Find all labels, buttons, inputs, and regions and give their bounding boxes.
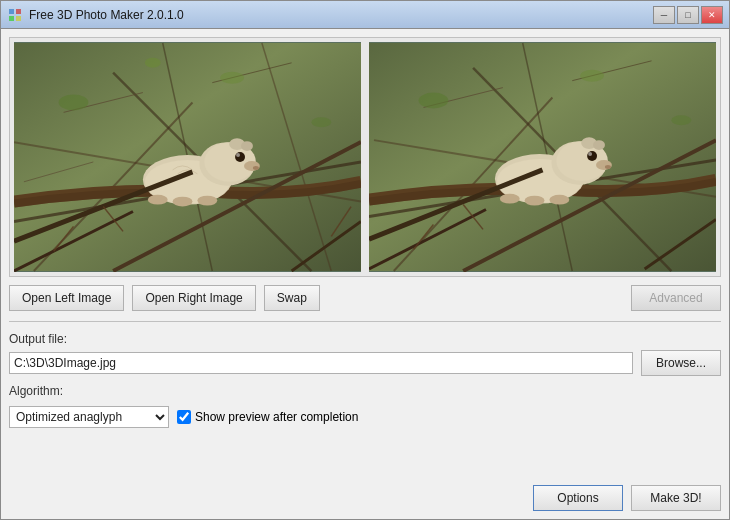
svg-point-24 [241,141,253,151]
svg-point-31 [197,196,217,206]
svg-point-57 [587,151,597,161]
svg-point-60 [605,165,611,169]
svg-point-56 [593,140,605,150]
options-button[interactable]: Options [533,485,623,511]
svg-point-62 [525,196,545,206]
svg-rect-0 [9,9,14,14]
output-path-input[interactable] [9,352,633,374]
swap-button[interactable]: Swap [264,285,320,311]
maximize-button[interactable]: □ [677,6,699,24]
svg-point-49 [580,70,604,82]
browse-button[interactable]: Browse... [641,350,721,376]
action-buttons-row: Open Left Image Open Right Image Swap Ad… [9,285,721,311]
svg-point-15 [59,95,89,111]
open-left-button[interactable]: Open Left Image [9,285,124,311]
output-label: Output file: [9,332,721,346]
preview-checkbox-row: Show preview after completion [177,410,358,424]
svg-point-29 [148,195,168,205]
svg-point-63 [549,195,569,205]
right-image-panel [369,42,716,272]
svg-point-48 [419,93,449,109]
svg-point-30 [173,197,193,207]
svg-point-28 [253,166,259,170]
app-icon [7,7,23,23]
svg-point-26 [236,153,240,157]
svg-rect-2 [9,16,14,21]
svg-point-61 [500,194,520,204]
svg-rect-1 [16,9,21,14]
svg-point-16 [220,72,244,84]
advanced-button[interactable]: Advanced [631,285,721,311]
window-controls: ─ □ ✕ [653,6,723,24]
main-window: Free 3D Photo Maker 2.0.1.0 ─ □ ✕ [0,0,730,520]
output-row: Browse... [9,350,721,376]
window-title: Free 3D Photo Maker 2.0.1.0 [29,8,653,22]
output-section: Output file: Browse... [9,332,721,376]
preview-label: Show preview after completion [195,410,358,424]
left-image-panel [14,42,361,272]
svg-point-25 [235,152,245,162]
svg-point-50 [671,115,691,125]
algorithm-controls-row: Optimized anaglyph True anaglyph Gray an… [9,406,721,428]
preview-checkbox[interactable] [177,410,191,424]
divider-1 [9,321,721,322]
open-right-button[interactable]: Open Right Image [132,285,255,311]
content-area: Open Left Image Open Right Image Swap Ad… [1,29,729,519]
algorithm-section: Algorithm: [9,384,721,398]
svg-point-17 [311,117,331,127]
algorithm-label: Algorithm: [9,384,63,398]
bottom-buttons-row: Options Make 3D! [9,481,721,511]
image-container [9,37,721,277]
make3d-button[interactable]: Make 3D! [631,485,721,511]
svg-rect-3 [16,16,21,21]
svg-point-18 [145,58,161,68]
title-bar: Free 3D Photo Maker 2.0.1.0 ─ □ ✕ [1,1,729,29]
algorithm-select[interactable]: Optimized anaglyph True anaglyph Gray an… [9,406,169,428]
svg-point-58 [588,152,592,156]
minimize-button[interactable]: ─ [653,6,675,24]
close-button[interactable]: ✕ [701,6,723,24]
